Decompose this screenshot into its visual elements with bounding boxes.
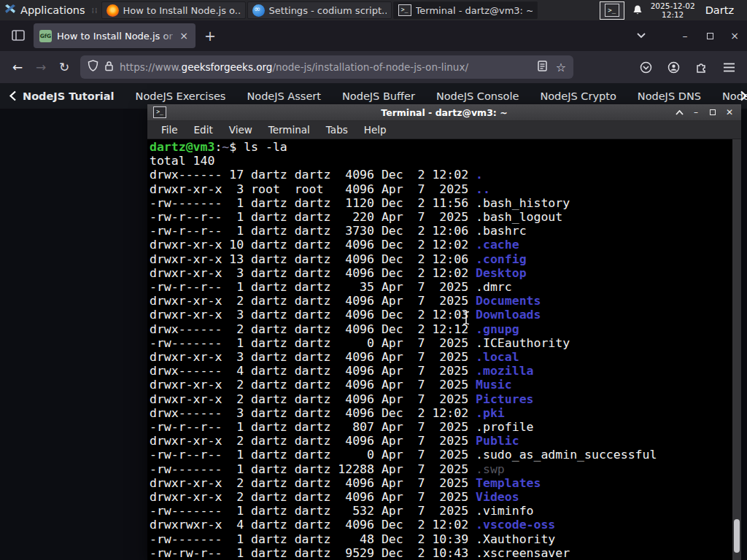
- applications-menu-button[interactable]: Applications: [0, 0, 90, 20]
- site-nav-link-nodejs-exercises[interactable]: NodeJS Exercises: [136, 90, 226, 102]
- terminal-icon: >_: [153, 106, 166, 118]
- panel-grip: ⁞⁞: [90, 6, 101, 15]
- notification-bell-icon[interactable]: [632, 4, 643, 16]
- codium-icon: [252, 4, 265, 17]
- clock-time: 12:12: [651, 10, 695, 19]
- ls-row: -rw------- 1 dartz dartz 48 Dec 2 10:39 …: [150, 532, 731, 546]
- ls-row: -rw------- 1 dartz dartz 532 Apr 7 2025 …: [150, 504, 731, 518]
- terminal-menu-help[interactable]: Help: [356, 124, 395, 136]
- site-nav-items: NodeJS TutorialNodeJS ExercisesNodeJS As…: [23, 90, 747, 102]
- xfce-logo-icon: [4, 4, 16, 18]
- ls-row: drwx------ 17 dartz dartz 4096 Dec 2 12:…: [150, 168, 731, 182]
- extensions-icon[interactable]: [690, 55, 712, 79]
- terminal-output[interactable]: dartz@vm3:~$ ls -la total 140 drwx------…: [147, 139, 741, 560]
- lock-icon[interactable]: [104, 61, 114, 74]
- ibeam-mouse-cursor: [462, 311, 471, 328]
- taskbar-window-title: Terminal - dartz@vm3: ~: [416, 5, 533, 16]
- taskbar-window-codium[interactable]: Settings - codium script...: [247, 1, 392, 19]
- nav-scroll-left-icon[interactable]: [9, 90, 17, 101]
- ls-row: -rw-r--r-- 1 dartz dartz 807 Apr 7 2025 …: [150, 420, 731, 434]
- ls-row: drwxr-xr-x 3 dartz dartz 4096 Dec 2 12:0…: [150, 308, 731, 322]
- ls-row: -rw-r--r-- 1 dartz dartz 35 Apr 7 2025 .…: [150, 280, 731, 294]
- ls-row: -rw------- 1 dartz dartz 12288 Apr 7 202…: [150, 462, 731, 476]
- url-bar[interactable]: https://www.geeksforgeeks.org/node-js/in…: [80, 55, 573, 79]
- ls-row: drwxr-xr-x 2 dartz dartz 4096 Apr 7 2025…: [150, 490, 731, 504]
- tray-terminal-icon[interactable]: >_: [600, 1, 624, 20]
- browser-tab-active[interactable]: GfG How to Install Node.js on ×: [34, 23, 196, 48]
- site-nav-link-nodejs-assert[interactable]: NodeJS Assert: [247, 90, 321, 102]
- terminal-rollup-icon[interactable]: [674, 107, 684, 117]
- url-protocol: https://www.: [120, 61, 182, 73]
- terminal-close-button[interactable]: ✕: [724, 107, 735, 117]
- panel-clock[interactable]: 2025-12-02 12:12: [651, 1, 695, 19]
- site-nav-link-nodejs-tutorial[interactable]: NodeJS Tutorial: [23, 90, 115, 102]
- url-path: /node-js/installation-of-node-js-on-linu…: [272, 61, 468, 73]
- prompt-symbol: $: [229, 140, 244, 154]
- firefox-nav-toolbar: ← → ↻ https://www.geeksforgeeks.org/node…: [0, 51, 747, 83]
- window-minimize-button[interactable]: –: [673, 23, 697, 48]
- terminal-maximize-button[interactable]: [708, 107, 718, 117]
- ls-row: -rw------- 1 dartz dartz 1120 Dec 2 11:5…: [150, 196, 731, 210]
- bookmark-star-icon[interactable]: ☆: [556, 61, 566, 74]
- taskbar-window-firefox[interactable]: How to Install Node.js o...: [101, 1, 246, 19]
- prompt-path: ~: [222, 140, 229, 154]
- list-all-tabs-icon[interactable]: [629, 23, 654, 48]
- pocket-icon[interactable]: [635, 55, 657, 79]
- ls-output: drwx------ 17 dartz dartz 4096 Dec 2 12:…: [150, 168, 731, 560]
- hamburger-menu-icon[interactable]: [718, 55, 740, 79]
- forward-button[interactable]: →: [29, 55, 53, 79]
- ls-row: drwx------ 4 dartz dartz 4096 Apr 7 2025…: [150, 364, 731, 378]
- ls-row: -rw------- 1 dartz dartz 0 Apr 7 2025 .I…: [150, 336, 731, 350]
- ls-row: -rw-r--r-- 1 dartz dartz 220 Apr 7 2025 …: [150, 210, 731, 224]
- terminal-titlebar[interactable]: >_ Terminal - dartz@vm3: ~ – ✕: [147, 104, 741, 121]
- ls-row: drwxr-xr-x 2 dartz dartz 4096 Apr 7 2025…: [150, 392, 731, 406]
- tab-title: How to Install Node.js on: [57, 31, 173, 42]
- account-icon[interactable]: [662, 55, 684, 79]
- window-maximize-button[interactable]: [697, 23, 722, 48]
- back-button[interactable]: ←: [6, 55, 29, 79]
- prompt-colon: :: [214, 140, 222, 154]
- tab-title-fade: [159, 23, 179, 48]
- ls-row: drwxr-xr-x 3 dartz dartz 4096 Dec 2 12:0…: [150, 266, 731, 280]
- terminal-menu-view[interactable]: View: [221, 124, 260, 136]
- taskbar-window-title: How to Install Node.js o...: [123, 5, 241, 16]
- tab-close-icon[interactable]: ×: [178, 30, 190, 42]
- terminal-icon: >_: [605, 4, 619, 17]
- reload-button[interactable]: ↻: [53, 55, 76, 79]
- site-nav-link-nodejs-buffer[interactable]: NodeJS Buffer: [342, 90, 415, 102]
- gfg-favicon: GfG: [39, 30, 52, 42]
- tracking-shield-icon[interactable]: [88, 60, 98, 74]
- terminal-menu-tabs[interactable]: Tabs: [318, 124, 356, 136]
- ls-row: drwxr-xr-x 2 dartz dartz 4096 Apr 7 2025…: [150, 434, 731, 448]
- terminal-menu-terminal[interactable]: Terminal: [260, 124, 318, 136]
- ls-row: -rw-r--r-- 1 dartz dartz 0 Apr 7 2025 .s…: [150, 448, 731, 462]
- ls-row: drwxrwxr-x 4 dartz dartz 4096 Dec 2 12:0…: [150, 518, 731, 532]
- typed-command: ls -la: [244, 140, 287, 154]
- ls-total-line: total 140: [150, 154, 731, 168]
- terminal-menu-edit[interactable]: Edit: [186, 124, 221, 136]
- ls-row: drwx------ 2 dartz dartz 4096 Dec 2 12:1…: [150, 322, 731, 336]
- nav-scroll-right-icon[interactable]: [740, 90, 747, 101]
- ls-row: drwxr-xr-x 3 root root 4096 Apr 7 2025 .…: [150, 182, 731, 196]
- reader-mode-icon[interactable]: [538, 61, 547, 74]
- url-domain: geeksforgeeks.org: [182, 61, 273, 73]
- desktop: Applications ⁞⁞ How to Install Node.js o…: [0, 0, 747, 560]
- system-tray: >_ 2025-12-02 12:12 Dartz: [600, 1, 747, 20]
- terminal-scrollbar[interactable]: [732, 139, 741, 560]
- terminal-menu-file[interactable]: File: [153, 124, 186, 136]
- terminal-title: Terminal - dartz@vm3: ~: [147, 107, 741, 118]
- panel-user-label[interactable]: Dartz: [703, 4, 741, 16]
- firefox-view-icon[interactable]: [7, 26, 29, 46]
- prompt-user: dartz@vm3: [150, 140, 214, 154]
- taskbar-window-terminal[interactable]: >_ Terminal - dartz@vm3: ~: [393, 1, 538, 19]
- new-tab-button[interactable]: +: [204, 28, 216, 44]
- site-nav-link-nodejs-dns[interactable]: NodeJS DNS: [638, 90, 701, 102]
- maximize-icon: [710, 109, 716, 115]
- shell-prompt-line: dartz@vm3:~$ ls -la: [150, 140, 731, 154]
- terminal-minimize-button[interactable]: –: [691, 107, 701, 117]
- site-nav-link-nodejs-crypto[interactable]: NodeJS Crypto: [540, 90, 616, 102]
- site-nav-link-nodejs-console[interactable]: NodeJS Console: [436, 90, 519, 102]
- window-close-button[interactable]: ×: [722, 23, 747, 48]
- scrollbar-thumb[interactable]: [734, 519, 740, 553]
- terminal-icon: >_: [398, 4, 411, 16]
